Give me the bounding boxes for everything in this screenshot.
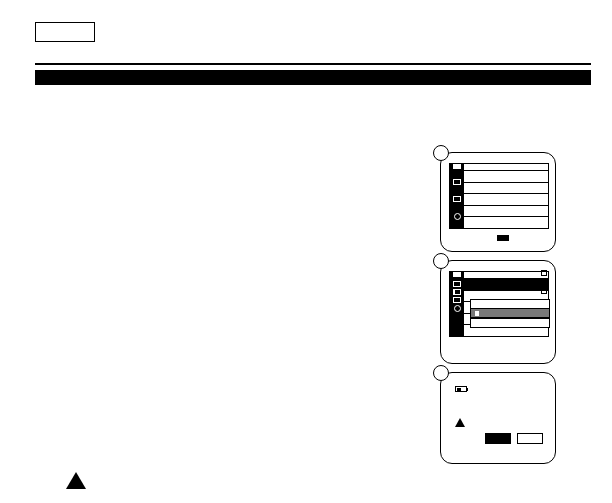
tab-background: [463, 163, 549, 171]
menu-row[interactable]: [464, 194, 548, 206]
screen-preview-1: [440, 152, 556, 252]
menu-sidebar: [450, 171, 464, 228]
play-tab-icon[interactable]: [449, 163, 463, 171]
submenu-row-selected[interactable]: [470, 308, 550, 318]
up-triangle-icon: [66, 472, 86, 489]
dialog-button-primary[interactable]: [485, 433, 511, 444]
screen-preview-3: [440, 372, 556, 464]
card-icon: [453, 289, 461, 295]
video-icon: [453, 196, 461, 202]
tab-background: [463, 271, 549, 279]
header-box: [35, 22, 95, 42]
step-circle-3: [433, 365, 449, 381]
play-tab-icon[interactable]: [449, 271, 463, 279]
battery-icon: [455, 386, 467, 392]
camera-icon: [453, 281, 461, 287]
header-thin-rule: [35, 63, 591, 65]
menu-row[interactable]: [464, 171, 548, 183]
menu-row[interactable]: [464, 183, 548, 195]
menu-sidebar: [450, 279, 464, 336]
video-icon: [453, 297, 461, 303]
submenu-flyout: [470, 299, 550, 327]
menu-row[interactable]: [464, 206, 548, 218]
camera-icon: [453, 179, 461, 185]
step-circle-1: [433, 145, 449, 161]
submenu-row[interactable]: [470, 318, 550, 328]
gear-icon: [454, 213, 461, 220]
header-thick-rule: [35, 70, 591, 85]
menu-rows: [464, 171, 548, 228]
warning-icon: [455, 418, 465, 427]
gear-icon: [454, 305, 461, 312]
menu-row[interactable]: [464, 217, 548, 228]
menu-footer-button[interactable]: [497, 235, 509, 241]
dialog-button-secondary[interactable]: [517, 433, 543, 444]
screen-preview-2: [440, 260, 556, 364]
menu-row-highlighted[interactable]: [464, 279, 548, 291]
step-circle-2: [433, 253, 449, 269]
